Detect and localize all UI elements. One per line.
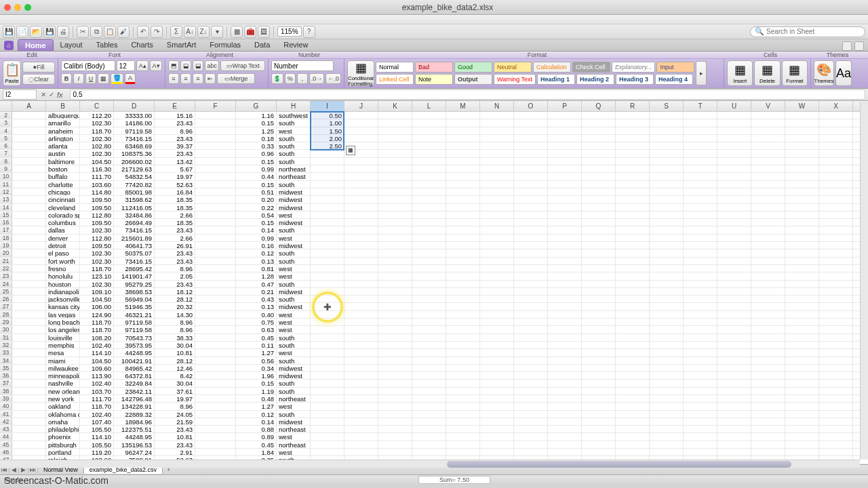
cell[interactable]: 0.45 bbox=[236, 441, 277, 448]
cell[interactable] bbox=[684, 411, 717, 418]
cell[interactable]: louisville bbox=[46, 334, 80, 341]
cell[interactable] bbox=[650, 242, 684, 249]
cell[interactable] bbox=[514, 204, 548, 211]
cell[interactable] bbox=[650, 188, 684, 195]
cell[interactable]: 114.10 bbox=[80, 349, 114, 356]
cell[interactable]: 215601.89 bbox=[114, 235, 155, 241]
style-bad[interactable]: Bad bbox=[415, 62, 453, 73]
cell[interactable]: 118.70 bbox=[80, 326, 114, 333]
cell[interactable] bbox=[12, 342, 46, 348]
cell[interactable] bbox=[819, 127, 853, 134]
cell[interactable]: 2.50 bbox=[311, 142, 344, 149]
cell[interactable] bbox=[480, 411, 514, 418]
cell[interactable]: midwest bbox=[277, 303, 311, 310]
undo-icon[interactable]: ↶ bbox=[137, 26, 149, 38]
cell[interactable] bbox=[684, 342, 717, 348]
cell[interactable] bbox=[412, 288, 446, 295]
cell[interactable] bbox=[311, 334, 344, 341]
cell[interactable] bbox=[819, 265, 853, 272]
align-left-icon[interactable]: ≡ bbox=[168, 73, 179, 84]
cell[interactable] bbox=[412, 150, 446, 157]
cell[interactable] bbox=[412, 281, 446, 287]
cell[interactable] bbox=[548, 219, 582, 226]
cell[interactable] bbox=[582, 372, 616, 379]
cell[interactable] bbox=[480, 219, 514, 226]
wrap-text-button[interactable]: ▭ Wrap Text bbox=[220, 60, 265, 71]
cell[interactable]: 18.12 bbox=[155, 288, 195, 295]
cell[interactable] bbox=[717, 249, 751, 256]
cell[interactable]: 23.43 bbox=[155, 150, 195, 157]
cell[interactable]: south bbox=[277, 357, 311, 364]
cell[interactable]: 0.96 bbox=[236, 150, 277, 157]
cell[interactable]: 112.80 bbox=[80, 211, 114, 218]
cell[interactable] bbox=[311, 426, 344, 432]
cell[interactable]: south bbox=[277, 249, 311, 256]
cell[interactable] bbox=[514, 165, 548, 172]
cell[interactable] bbox=[378, 173, 412, 180]
format-painter-icon[interactable]: 🖌 bbox=[117, 26, 130, 38]
cell[interactable] bbox=[582, 281, 616, 287]
cell[interactable] bbox=[650, 441, 684, 448]
cell[interactable] bbox=[684, 112, 717, 119]
cell[interactable]: 18.35 bbox=[155, 196, 195, 203]
cell[interactable] bbox=[344, 319, 378, 325]
cell[interactable] bbox=[684, 349, 717, 356]
cell[interactable]: 123.10 bbox=[80, 272, 114, 279]
cell[interactable] bbox=[446, 349, 480, 356]
cell[interactable] bbox=[514, 426, 548, 432]
cell[interactable] bbox=[548, 226, 582, 233]
cell[interactable]: 13.42 bbox=[155, 158, 195, 165]
cell[interactable] bbox=[616, 349, 650, 356]
cell[interactable] bbox=[514, 226, 548, 233]
cell[interactable] bbox=[717, 349, 751, 356]
cell[interactable] bbox=[412, 265, 446, 272]
cell[interactable] bbox=[412, 258, 446, 264]
table-row[interactable]: 18denver112.80215601.892.660.99west bbox=[0, 235, 868, 242]
cell[interactable] bbox=[582, 165, 616, 172]
cell[interactable] bbox=[684, 288, 717, 295]
cell[interactable] bbox=[480, 334, 514, 341]
cell[interactable] bbox=[548, 173, 582, 180]
cell[interactable] bbox=[548, 265, 582, 272]
cell[interactable]: colorado spri bbox=[46, 211, 80, 218]
cell[interactable] bbox=[650, 226, 684, 233]
cell[interactable] bbox=[344, 158, 378, 165]
cell[interactable]: 16.84 bbox=[155, 188, 195, 195]
cell[interactable] bbox=[12, 258, 46, 264]
cell[interactable] bbox=[311, 196, 344, 203]
cell[interactable] bbox=[12, 426, 46, 432]
cell[interactable] bbox=[12, 272, 46, 279]
cell[interactable]: 114.80 bbox=[80, 188, 114, 195]
cell[interactable] bbox=[548, 188, 582, 195]
cell[interactable] bbox=[819, 296, 853, 302]
cell[interactable] bbox=[819, 433, 853, 440]
cell[interactable]: 0.14 bbox=[236, 226, 277, 233]
row-header[interactable]: 45 bbox=[0, 441, 12, 448]
cell[interactable]: 102.30 bbox=[80, 249, 114, 256]
cell[interactable] bbox=[311, 326, 344, 333]
orientation-icon[interactable]: abc bbox=[205, 60, 219, 71]
cell[interactable] bbox=[650, 311, 684, 318]
table-row[interactable]: 28las vegas124.9046321.2114.300.40west bbox=[0, 311, 868, 319]
cell[interactable] bbox=[514, 235, 548, 241]
cell[interactable]: 51946.35 bbox=[114, 303, 155, 310]
cell[interactable] bbox=[446, 181, 480, 188]
cell[interactable] bbox=[412, 173, 446, 180]
column-header-D[interactable]: D bbox=[114, 101, 155, 111]
cell[interactable] bbox=[785, 135, 819, 142]
cell[interactable]: omaha bbox=[46, 418, 80, 425]
cell[interactable] bbox=[785, 365, 819, 371]
cell[interactable] bbox=[751, 235, 785, 241]
cell[interactable]: phoenix bbox=[46, 433, 80, 440]
row-header[interactable]: 4 bbox=[0, 127, 12, 134]
cell[interactable] bbox=[446, 311, 480, 318]
cell[interactable] bbox=[717, 395, 751, 402]
cell[interactable]: 109.50 bbox=[80, 219, 114, 226]
cell[interactable] bbox=[412, 211, 446, 218]
style-linked-cell[interactable]: Linked Cell bbox=[376, 74, 414, 85]
cell[interactable]: 97119.58 bbox=[114, 319, 155, 325]
cell[interactable]: 141901.47 bbox=[114, 272, 155, 279]
cell[interactable]: south bbox=[277, 142, 311, 149]
align-mid-icon[interactable]: ⬓ bbox=[180, 60, 191, 71]
cell[interactable]: 24.05 bbox=[155, 411, 195, 418]
